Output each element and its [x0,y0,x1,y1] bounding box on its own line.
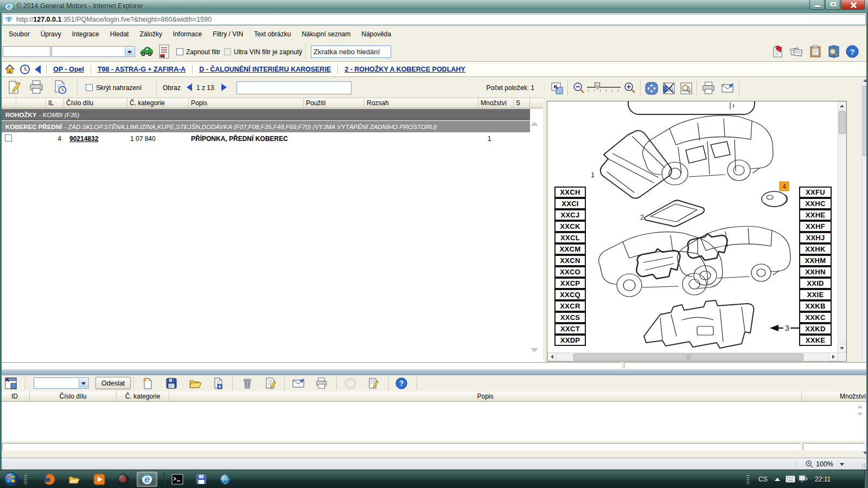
start-button[interactable] [3,472,18,487]
shopping-list-select[interactable] [34,377,89,389]
menu-upravy[interactable]: Úpravy [35,28,67,41]
breadcrumb-link-group[interactable]: D - ČALOUNĚNÍ INTERIÉRU KAROSERIE [199,66,331,73]
zoom-in-icon[interactable] [623,81,637,95]
splitter-band[interactable] [0,369,868,375]
viewer-scroll-up-icon[interactable] [838,101,846,110]
viewer-vscrollbar[interactable] [838,101,846,352]
firefox-icon[interactable] [41,472,58,487]
breadcrumb-link-subgroup[interactable]: 2 - ROHOŽKY A KOBERCE PODLAHY [344,66,465,73]
print-preview-icon[interactable] [52,79,68,95]
vehicle-icon[interactable] [139,44,154,59]
part-label[interactable]: XXCK [554,221,586,232]
viewer-hscrollbar[interactable] [547,352,838,361]
zoom-slider-handle[interactable] [595,82,600,89]
vehicle-document-icon[interactable] [157,44,170,59]
folder-icon[interactable] [66,472,82,487]
history-icon[interactable] [20,64,30,75]
next-image-icon[interactable] [221,84,227,91]
enable-filter-checkbox[interactable] [176,48,183,55]
menu-zalozky[interactable]: Záložky [134,28,167,41]
zoom-slider[interactable] [587,82,621,93]
part-label[interactable]: XXKC [799,312,832,323]
parts-quick-search-input[interactable] [237,81,352,94]
part-row-checkbox[interactable] [5,134,12,142]
part-label[interactable]: XXHM [799,255,832,266]
part-label[interactable]: XXCS [554,312,586,323]
home-icon[interactable] [4,64,15,75]
media-player-icon[interactable] [91,472,107,487]
delete-icon[interactable] [241,377,254,390]
menu-hledat[interactable]: Hledat [105,28,135,41]
power-icon[interactable] [799,475,808,483]
image-send-icon[interactable] [720,81,735,95]
panel-toggle-icon[interactable] [4,377,17,390]
clipboard-icon[interactable] [808,44,822,59]
send-mail-icon[interactable] [292,377,305,390]
menu-soubor[interactable]: Soubor [3,28,35,41]
clock[interactable]: 22:11 [815,476,831,483]
internet-explorer-icon[interactable]: e [137,472,157,487]
tags-icon[interactable] [789,45,803,58]
vin-input[interactable] [3,46,50,57]
return-document-icon[interactable] [770,44,784,59]
hide-replacements-checkbox[interactable] [86,84,93,91]
model-combobox[interactable] [52,46,135,57]
part-label[interactable]: XXHE [799,209,832,221]
viewer-scroll-right-icon[interactable] [829,352,838,361]
part-label[interactable]: XXCR [554,300,586,312]
part-label[interactable]: XXHF [799,221,832,232]
back-icon[interactable] [35,65,41,74]
part-label[interactable]: XXDP [554,335,586,346]
part-label[interactable]: XXHC [799,198,832,209]
part-label[interactable]: XXID [799,278,832,289]
list-scroll-down-icon[interactable] [857,413,863,416]
tray-expand-icon[interactable] [775,478,780,481]
menu-integrace[interactable]: Integrace [67,28,105,41]
zoom-status-icon[interactable] [805,460,814,468]
viewer-scroll-down-icon[interactable] [838,344,846,352]
save-tray-icon[interactable] [193,472,209,487]
part-label[interactable]: XXCH [554,187,586,198]
breadcrumb-link-catalog[interactable]: OP - Opel [53,66,84,73]
maximize-button[interactable] [825,0,840,10]
list-help-icon[interactable]: ? [395,377,408,390]
part-label[interactable]: XXCO [554,266,586,278]
viewer-hscroll-thumb[interactable] [573,354,803,361]
part-label[interactable]: XXCI [554,198,586,209]
part-label[interactable]: XXCQ [554,289,586,300]
edit-list-icon[interactable] [264,377,277,390]
open-list-icon[interactable] [189,377,202,390]
shortcut-search-input[interactable] [311,46,391,58]
zoom-dropdown-icon[interactable] [840,463,844,466]
menu-nakupni-seznam[interactable]: Nákupní seznam [296,28,356,41]
menu-informace[interactable]: Informace [168,28,207,41]
zoom-out-icon[interactable] [572,81,586,95]
menu-filtry-vin[interactable]: Filtry / VIN [207,28,248,41]
edit-image-icon[interactable] [5,79,22,95]
image-print-icon[interactable] [701,81,716,95]
fit-page-icon[interactable] [550,81,564,95]
combo-dropdown-icon[interactable] [125,47,134,56]
viewer-scroll-left-icon[interactable] [547,352,556,361]
browser-sphere-icon[interactable] [115,472,131,487]
part-label[interactable]: XXKB [799,300,832,312]
zoom-level[interactable]: 100% [816,460,833,468]
keyboard-icon[interactable] [786,476,795,483]
menu-text-obrazku[interactable]: Text obrázku [248,28,296,41]
viewer-vscroll-thumb[interactable] [839,111,846,134]
save-list-icon[interactable] [165,377,178,390]
console-icon[interactable] [169,472,186,487]
part-label[interactable]: XXCL [554,232,586,243]
part-label[interactable]: XXCP [554,278,586,289]
part-number-link[interactable]: 90214832 [69,135,98,143]
part-label[interactable]: XXKE [799,335,832,346]
breadcrumb-link-model[interactable]: T98 - ASTRA-G + ZAFIRA-A [98,66,186,73]
new-list-icon[interactable] [141,377,154,390]
image-search-icon[interactable] [679,81,693,95]
pan-icon[interactable] [644,81,659,95]
part-label[interactable]: XXHN [799,266,832,278]
globe-icon[interactable] [217,472,233,487]
parts-scroll-up-icon[interactable] [531,121,538,126]
menu-napoveda[interactable]: Nápověda [356,28,397,41]
close-button[interactable] [841,0,865,10]
